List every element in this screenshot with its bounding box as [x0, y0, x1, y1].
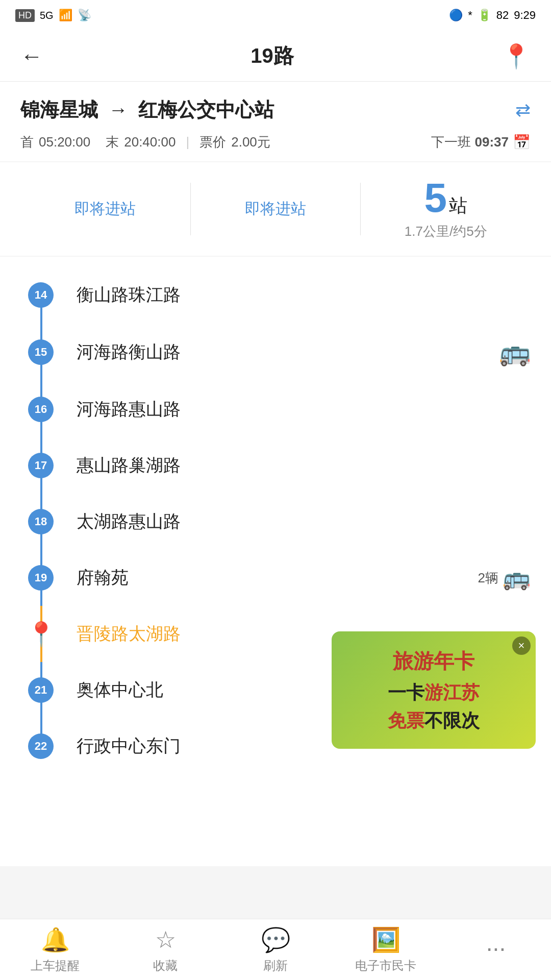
- first-bus-label: 首: [20, 133, 34, 151]
- more-icon: ···: [486, 934, 506, 962]
- price-value: 2.00元: [231, 133, 270, 151]
- status-bar: HD 5G 📶 📡 🔵 * 🔋 82 9:29: [0, 0, 551, 31]
- stop-name: 府翰苑: [77, 566, 478, 590]
- stop-circle: 16: [28, 397, 54, 422]
- route-direction-text: 锦海星城 → 红梅公交中心站: [20, 97, 274, 123]
- nav-item-alert[interactable]: 🔔 上车提醒: [0, 926, 110, 974]
- map-button[interactable]: 📍: [502, 42, 531, 70]
- stop-row[interactable]: 16河海路惠山路: [0, 381, 551, 437]
- next-bus-info: 下一班 09:37 📅: [431, 133, 531, 151]
- nav-item-collect[interactable]: ☆ 收藏: [110, 926, 220, 974]
- clock: 9:29: [514, 9, 536, 22]
- status-left: HD 5G 📶 📡: [15, 9, 91, 22]
- collect-icon: ☆: [155, 926, 176, 953]
- status-label-1: 即将进站: [74, 199, 136, 219]
- hd-badge: HD: [15, 9, 35, 22]
- card-icon: 🖼️: [371, 926, 400, 953]
- stop-name: 惠山路巢湖路: [77, 454, 531, 477]
- first-bus-time: 05:20:00: [39, 134, 90, 150]
- signal-5g: 5G: [40, 10, 54, 21]
- ad-line2: 免票不限次: [388, 708, 480, 733]
- stop-circle: 22: [28, 733, 54, 759]
- page-title: 19路: [251, 42, 294, 70]
- next-bus-time: 09:37: [475, 134, 509, 150]
- ad-title: 旅游年卡: [393, 647, 474, 675]
- current-location-pin: 📍: [27, 620, 56, 648]
- stop-name: 太湖路惠山路: [77, 510, 531, 533]
- price-label: 票价: [199, 133, 226, 151]
- ad-line1: 一卡游江苏: [388, 680, 480, 705]
- ad-close-button[interactable]: ×: [512, 636, 531, 655]
- stop-row[interactable]: 19府翰苑2辆🚌: [0, 550, 551, 606]
- last-bus-time: 20:40:00: [124, 134, 176, 150]
- next-bus-label: 下一班: [431, 133, 471, 151]
- stop-name: 河海路惠山路: [77, 398, 531, 421]
- bus-icon: 🚌: [499, 337, 531, 367]
- last-bus-label: 末: [106, 133, 119, 151]
- bluetooth-icon: *: [468, 9, 472, 22]
- bus-status-card: 即将进站 即将进站 5 站 1.7公里/约5分: [0, 162, 551, 256]
- divider: |: [186, 134, 189, 150]
- battery-level: 82: [496, 9, 509, 22]
- stop-circle: 21: [28, 677, 54, 703]
- stops-num: 5: [424, 178, 447, 218]
- stops-list: 14衡山路珠江路15河海路衡山路🚌16河海路惠山路17惠山路巢湖路18太湖路惠山…: [0, 267, 551, 856]
- stop-circle: 19: [28, 565, 54, 591]
- route-direction: 锦海星城 → 红梅公交中心站 ⇄: [20, 97, 531, 123]
- stop-name: 衡山路珠江路: [77, 283, 531, 307]
- swap-direction-button[interactable]: ⇄: [515, 100, 531, 121]
- wifi-icon: 📡: [78, 9, 91, 22]
- nav-label-alert: 上车提醒: [31, 958, 80, 974]
- status-col-1: 即将进站: [20, 178, 190, 240]
- stop-circle: 17: [28, 453, 54, 478]
- bus-icon: 🚌: [503, 565, 531, 591]
- bus-count-text: 2辆: [478, 569, 498, 587]
- status-label-2: 即将进站: [245, 199, 306, 219]
- refresh-icon: 💬: [261, 926, 290, 953]
- nav-label-card: 电子市民卡: [355, 958, 416, 974]
- nfc-icon: 🔵: [449, 9, 463, 22]
- stop-row[interactable]: 15河海路衡山路🚌: [0, 323, 551, 381]
- route-info: 锦海星城 → 红梅公交中心站 ⇄ 首 05:20:00 末 20:40:00 |…: [0, 82, 551, 161]
- stops-unit: 站: [449, 193, 467, 218]
- stop-row[interactable]: 21奥体中心北 × 旅游年卡 一卡游江苏 免票不限次: [0, 662, 551, 718]
- signal-bars: 📶: [59, 9, 72, 22]
- stop-name: 河海路衡山路: [77, 340, 499, 364]
- bus-count: 2辆🚌: [478, 565, 531, 591]
- stop-row[interactable]: 14衡山路珠江路: [0, 267, 551, 323]
- status-distance: 1.7公里/约5分: [405, 223, 487, 240]
- nav-label-collect: 收藏: [153, 958, 178, 974]
- status-col-right: 5 站 1.7公里/约5分: [361, 178, 531, 240]
- stop-circle: 15: [28, 339, 54, 365]
- bottom-nav: 🔔 上车提醒 ☆ 收藏 💬 刷新 🖼️ 电子市民卡 ···: [0, 919, 551, 980]
- calendar-icon[interactable]: 📅: [513, 134, 531, 151]
- back-button[interactable]: ←: [20, 43, 43, 69]
- nav-label-refresh: 刷新: [263, 958, 288, 974]
- alert-icon: 🔔: [41, 926, 70, 953]
- header: ← 19路 📍: [0, 31, 551, 82]
- stop-circle: 18: [28, 509, 54, 534]
- battery-icon: 🔋: [478, 9, 491, 22]
- stop-row[interactable]: 18太湖路惠山路: [0, 494, 551, 550]
- stop-circle: 14: [28, 282, 54, 308]
- stop-row[interactable]: 17惠山路巢湖路: [0, 437, 551, 494]
- status-col-2: 即将进站: [191, 178, 361, 240]
- nav-item-card[interactable]: 🖼️ 电子市民卡: [331, 926, 441, 974]
- ad-banner[interactable]: × 旅游年卡 一卡游江苏 免票不限次: [332, 631, 536, 749]
- status-right: 🔵 * 🔋 82 9:29: [449, 9, 536, 22]
- nav-item-refresh[interactable]: 💬 刷新: [220, 926, 331, 974]
- stops-container: 14衡山路珠江路15河海路衡山路🚌16河海路惠山路17惠山路巢湖路18太湖路惠山…: [0, 257, 551, 866]
- nav-item-more[interactable]: ···: [441, 934, 551, 966]
- route-meta: 首 05:20:00 末 20:40:00 | 票价 2.00元 下一班 09:…: [20, 133, 531, 151]
